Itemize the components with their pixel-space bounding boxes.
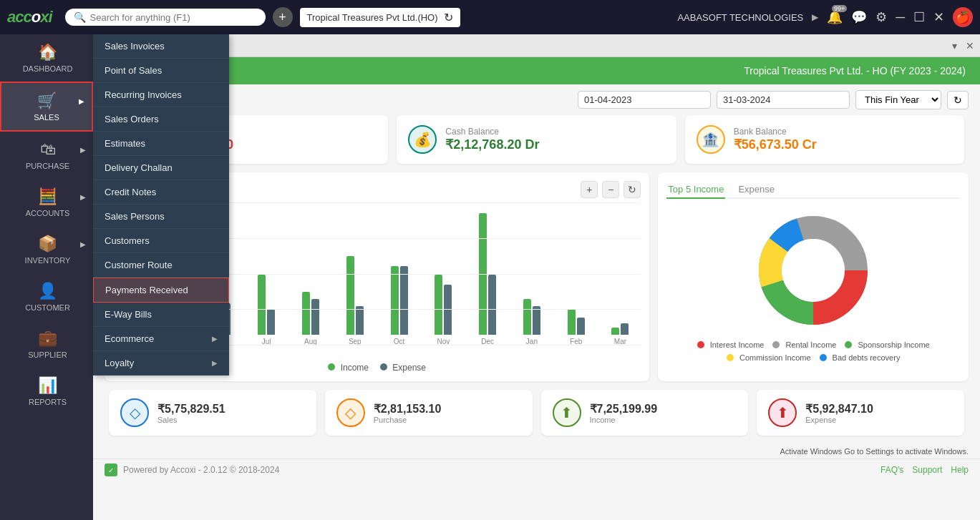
purchase-icon: 🛍 [40, 140, 56, 159]
bar-expense [267, 309, 275, 335]
date-to-input[interactable] [717, 91, 850, 109]
menu-customers[interactable]: Customers [93, 229, 229, 253]
minimize-icon[interactable]: ─ [896, 10, 905, 25]
refresh-chart-btn[interactable]: ↻ [624, 181, 641, 198]
sidebar-label-reports: REPORTS [29, 398, 67, 406]
menu-sales-persons[interactable]: Sales Persons [93, 205, 229, 229]
search-input[interactable] [90, 12, 248, 23]
income-stat-value: ₹7,25,199.99 [590, 402, 658, 416]
customer-icon: 👤 [38, 282, 57, 300]
menu-credit-notes[interactable]: Credit Notes [93, 180, 229, 205]
sales-stat-value: ₹5,75,829.51 [157, 402, 225, 416]
sidebar: 🏠 DASHBOARD 🛒 ▶ SALES 🛍 ▶ PURCHASE 🧮 ▶ A… [0, 34, 93, 520]
expense-stat-label: Expense [805, 416, 873, 424]
footer-text: Powered by Accoxi - 2.0.12 © 2018-2024 [123, 465, 279, 475]
sidebar-item-customer[interactable]: 👤 CUSTOMER [0, 273, 93, 320]
menu-recurring-invoices[interactable]: Recurring Invoices [93, 83, 229, 107]
bank-info: Bank Balance ₹56,673.50 Cr [734, 127, 817, 152]
stats-row: ◇ ₹5,75,829.51 Sales ◇ ₹2,81,153.10 Purc… [93, 390, 980, 444]
refresh-company-icon[interactable]: ↻ [444, 11, 453, 24]
donut-tab-expense[interactable]: Expense [737, 181, 776, 197]
close-icon[interactable]: ✕ [933, 9, 944, 25]
commission-label: Commission Income [739, 353, 811, 362]
inventory-arrow: ▶ [80, 240, 86, 248]
bar-income [346, 256, 354, 335]
company-selector[interactable]: Tropical Treasures Pvt Ltd.(HO) ↻ [300, 8, 460, 27]
loyalty-arrow: ▶ [212, 359, 218, 367]
support-link[interactable]: Support [912, 465, 942, 475]
sidebar-item-dashboard[interactable]: 🏠 DASHBOARD [0, 34, 93, 82]
bar-group: Oct [379, 213, 420, 345]
rental-label: Rental Income [785, 340, 836, 349]
donut-area: Interest Income Rental Income Sponsorshi… [666, 206, 960, 362]
menu-point-of-sales[interactable]: Point of Sales [93, 59, 229, 83]
maximize-icon[interactable]: ☐ [913, 9, 925, 25]
sidebar-label-accounts: ACCOUNTS [26, 209, 70, 217]
date-from-input[interactable] [578, 91, 711, 109]
help-link[interactable]: Help [951, 465, 969, 475]
bar-month-label: Sep [349, 338, 362, 345]
menu-ecommerce[interactable]: Ecommerce ▶ [93, 327, 229, 351]
chat-icon[interactable]: 💬 [851, 9, 867, 25]
settings-icon[interactable]: ⚙ [875, 9, 887, 25]
stat-sales: ◇ ₹5,75,829.51 Sales [109, 390, 316, 436]
footer: ✓ Powered by Accoxi - 2.0.12 © 2018-2024… [93, 458, 980, 481]
sidebar-item-supplier[interactable]: 💼 SUPPLIER [0, 320, 93, 368]
expense-stat-info: ₹5,92,847.10 Expense [805, 402, 873, 424]
company-name-top: AABASOFT TECHNOLOGIES [677, 12, 803, 23]
company-name: Tropical Treasures Pvt Ltd.(HO) [307, 12, 438, 23]
dashboard-icon: 🏠 [38, 43, 57, 62]
bar-expense [311, 299, 319, 335]
period-select[interactable]: This Fin Year [855, 90, 941, 109]
menu-delivery-challan[interactable]: Delivery Challan [93, 156, 229, 180]
tab-chevron-down[interactable]: ▾ [949, 39, 960, 53]
stat-purchase: ◇ ₹2,81,153.10 Purchase [325, 390, 533, 436]
ecommerce-arrow: ▶ [212, 335, 218, 343]
sidebar-item-sales[interactable]: 🛒 ▶ SALES [0, 82, 93, 132]
bar-income [435, 275, 442, 335]
bar-income [258, 275, 266, 335]
tab-close[interactable]: ✕ [963, 39, 977, 53]
donut-tab-income[interactable]: Top 5 Income [666, 181, 725, 199]
bar-month-label: Dec [481, 338, 494, 345]
menu-sales-orders[interactable]: Sales Orders [93, 107, 229, 132]
menu-estimates[interactable]: Estimates [93, 132, 229, 156]
bank-label: Bank Balance [734, 127, 817, 137]
avatar[interactable]: 🍎 [953, 7, 973, 27]
bar-expense [400, 266, 408, 335]
menu-payments-received[interactable]: Payments Received [93, 278, 229, 303]
commission-dot [727, 354, 734, 361]
notification-bell-wrapper[interactable]: 🔔 99+ [827, 9, 843, 25]
tab-controls: ▾ ✕ [949, 39, 980, 53]
bell-icon: 🔔 [827, 10, 843, 24]
sidebar-item-inventory[interactable]: 📦 ▶ INVENTORY [0, 226, 93, 273]
menu-eway-bills[interactable]: E-Way Bills [93, 303, 229, 327]
zoom-in-btn[interactable]: + [581, 181, 598, 198]
sales-stat-info: ₹5,75,829.51 Sales [157, 402, 225, 424]
sales-icon: 🛒 [37, 92, 57, 110]
stat-income: ⬆ ₹7,25,199.99 Income [541, 390, 749, 436]
sidebar-item-purchase[interactable]: 🛍 ▶ PURCHASE [0, 132, 93, 179]
bar-month-label: Nov [437, 338, 450, 345]
faq-link[interactable]: FAQ's [880, 465, 903, 475]
legend-commission-income: Commission Income [727, 353, 811, 362]
zoom-out-btn[interactable]: − [602, 181, 619, 198]
add-button[interactable]: + [273, 7, 293, 27]
menu-sales-invoices[interactable]: Sales Invoices [93, 34, 229, 59]
sidebar-item-accounts[interactable]: 🧮 ▶ ACCOUNTS [0, 179, 93, 226]
refresh-date-btn[interactable]: ↻ [947, 91, 969, 109]
bar-income [391, 266, 399, 335]
bar-expense [577, 318, 585, 335]
expense-legend-dot [380, 363, 387, 371]
menu-customer-route[interactable]: Customer Route [93, 253, 229, 278]
windows-activation: Activate Windows Go to Settings to activ… [93, 444, 980, 458]
footer-logo-icon: ✓ [105, 463, 117, 476]
sales-stat-icon: ◇ [120, 398, 149, 427]
bar-expense [621, 323, 629, 335]
global-search-bar[interactable]: 🔍 [65, 9, 266, 26]
accounts-arrow: ▶ [80, 193, 86, 201]
sidebar-item-reports[interactable]: 📊 REPORTS [0, 368, 93, 415]
menu-loyalty[interactable]: Loyalty ▶ [93, 351, 229, 376]
cash-icon: 💰 [408, 125, 437, 154]
sidebar-label-customer: CUSTOMER [25, 303, 70, 312]
